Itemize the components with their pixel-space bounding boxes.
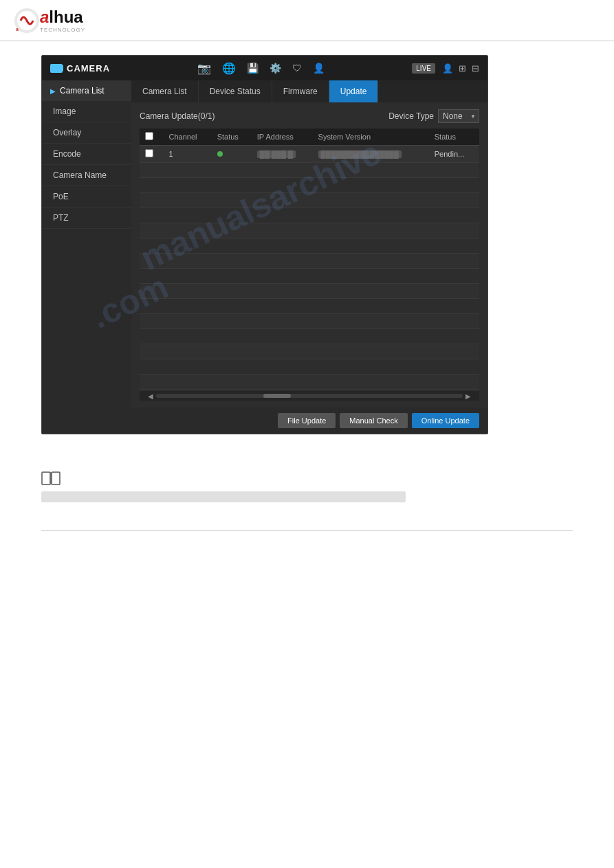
dvr-topbar-right: LIVE 👤 ⊞ ⊟: [412, 63, 479, 74]
dvr-topbar-right-icons: 👤 ⊞ ⊟: [442, 63, 479, 74]
note-area: [0, 457, 614, 516]
dvr-update-area: Camera Update(0/1) Device Type None: [131, 102, 487, 408]
bottom-rule: [41, 530, 573, 531]
logo-bar: a alhua TECHNOLOGY: [0, 0, 614, 41]
tab-update[interactable]: Update: [329, 80, 379, 102]
grid-icon[interactable]: ⊟: [472, 63, 479, 74]
device-type-selector: Device Type None: [388, 109, 479, 123]
file-update-button[interactable]: File Update: [278, 413, 336, 428]
nav-settings-icon[interactable]: ⚙️: [270, 63, 281, 74]
sidebar-arrow-icon: ▶: [50, 87, 56, 95]
table-row-empty-14: [140, 359, 479, 375]
table-row-empty-3: [140, 193, 479, 208]
device-type-dropdown[interactable]: None: [438, 109, 479, 123]
svg-rect-3: [42, 472, 50, 485]
sidebar-item-ptz[interactable]: PTZ: [42, 208, 131, 229]
scrollbar-thumb[interactable]: [263, 394, 291, 398]
sidebar-item-ptz-label: PTZ: [53, 213, 69, 223]
svg-text:a: a: [16, 27, 19, 32]
sidebar-item-poe-label: PoE: [53, 192, 69, 201]
camera-update-title: Camera Update(0/1): [140, 111, 215, 121]
main-content: CAMERA 📷 🌐 💾 ⚙️ 🛡 👤 LIV: [0, 41, 614, 450]
sidebar-item-encode[interactable]: Encode: [42, 144, 131, 165]
select-all-checkbox[interactable]: [145, 132, 153, 140]
cell-checkbox[interactable]: [140, 146, 163, 163]
system-version-value: ████████████████: [318, 151, 402, 158]
dvr-sidebar: ▶ Camera List Image Overlay Encode Camer…: [42, 80, 131, 434]
dvr-topbar-left: CAMERA: [50, 63, 110, 74]
status-online-dot: [217, 151, 223, 157]
sidebar-item-camera-name[interactable]: Camera Name: [42, 165, 131, 186]
dvr-tab-bar: Camera List Device Status Firmware Updat…: [131, 80, 487, 102]
dvr-panel: CAMERA 📷 🌐 💾 ⚙️ 🛡 👤 LIV: [41, 55, 488, 434]
cell-channel: 1: [163, 146, 211, 163]
table-row-empty-11: [140, 314, 479, 329]
col-update-status: Status: [429, 129, 479, 146]
table-row-empty-13: [140, 344, 479, 359]
table-row-empty-6: [140, 238, 479, 254]
camera-update-table: Channel Status IP Address System Version…: [140, 129, 479, 390]
dvr-topbar: CAMERA 📷 🌐 💾 ⚙️ 🛡 👤 LIV: [42, 56, 487, 80]
row-checkbox[interactable]: [145, 149, 153, 157]
cell-version: ████████████████: [313, 146, 429, 163]
device-type-dropdown-wrapper[interactable]: None: [438, 109, 479, 123]
logo-subtext: TECHNOLOGY: [40, 27, 85, 33]
cell-ip: ██.███.█: [252, 146, 313, 163]
nav-account-icon[interactable]: 👤: [313, 63, 325, 74]
dvr-topbar-nav: 📷 🌐 💾 ⚙️ 🛡 👤: [197, 62, 325, 75]
dvr-topbar-title: CAMERA: [67, 63, 110, 74]
scrollbar-track[interactable]: [156, 394, 463, 398]
logo: a alhua TECHNOLOGY: [14, 8, 85, 34]
scroll-right-arrow[interactable]: ▶: [463, 392, 474, 400]
manual-check-button[interactable]: Manual Check: [340, 413, 407, 428]
table-row-empty-15: [140, 375, 479, 390]
ip-address-value: ██.███.█: [257, 151, 296, 158]
split-icon[interactable]: ⊞: [459, 63, 466, 74]
nav-camera-icon[interactable]: 📷: [197, 62, 211, 75]
dvr-content: ▶ Camera List Image Overlay Encode Camer…: [42, 80, 487, 434]
online-update-button[interactable]: Online Update: [412, 413, 479, 428]
sidebar-header-camera-list[interactable]: ▶ Camera List: [42, 80, 131, 101]
table-row-empty-2: [140, 178, 479, 193]
note-icon-bar: [41, 471, 573, 486]
sidebar-item-camera-name-label: Camera Name: [53, 170, 107, 180]
table-row-empty-10: [140, 299, 479, 314]
table-row-empty-4: [140, 208, 479, 223]
person-icon[interactable]: 👤: [442, 63, 453, 74]
sidebar-header-label: Camera List: [60, 86, 105, 96]
cell-status: [212, 146, 252, 163]
dvr-panel-wrapper: CAMERA 📷 🌐 💾 ⚙️ 🛡 👤 LIV: [41, 55, 488, 434]
nav-globe-icon[interactable]: 🌐: [222, 62, 236, 75]
tab-device-status[interactable]: Device Status: [199, 80, 272, 102]
col-version: System Version: [313, 129, 429, 146]
sidebar-item-encode-label: Encode: [53, 149, 81, 159]
sidebar-item-image-label: Image: [53, 107, 76, 116]
table-row-empty-1: [140, 163, 479, 178]
scroll-left-arrow[interactable]: ◀: [145, 392, 156, 400]
tab-firmware[interactable]: Firmware: [272, 80, 329, 102]
table-row: 1 ██.███.█ ████████████████: [140, 146, 479, 163]
book-icon: [41, 471, 61, 486]
horizontal-scrollbar[interactable]: ◀ ▶: [140, 391, 479, 401]
svg-rect-4: [52, 472, 60, 485]
nav-storage-icon[interactable]: 💾: [247, 63, 259, 74]
live-badge: LIVE: [412, 63, 435, 74]
col-checkbox: [140, 129, 163, 146]
cell-update-status: Pendin...: [429, 146, 479, 163]
col-ip: IP Address: [252, 129, 313, 146]
table-row-empty-5: [140, 223, 479, 238]
nav-shield-icon[interactable]: 🛡: [292, 63, 302, 74]
dvr-update-header: Camera Update(0/1) Device Type None: [140, 109, 479, 123]
sidebar-item-poe[interactable]: PoE: [42, 186, 131, 208]
tab-camera-list[interactable]: Camera List: [131, 80, 199, 102]
table-row-empty-9: [140, 284, 479, 299]
table-row-empty-8: [140, 269, 479, 284]
sidebar-item-overlay[interactable]: Overlay: [42, 122, 131, 144]
col-channel: Channel: [163, 129, 211, 146]
device-type-label: Device Type: [388, 111, 434, 121]
dvr-main-panel: Camera List Device Status Firmware Updat…: [131, 80, 487, 434]
table-header-row: Channel Status IP Address System Version…: [140, 129, 479, 146]
sidebar-item-image[interactable]: Image: [42, 101, 131, 122]
note-text-line: [41, 491, 406, 502]
sidebar-item-overlay-label: Overlay: [53, 128, 81, 137]
